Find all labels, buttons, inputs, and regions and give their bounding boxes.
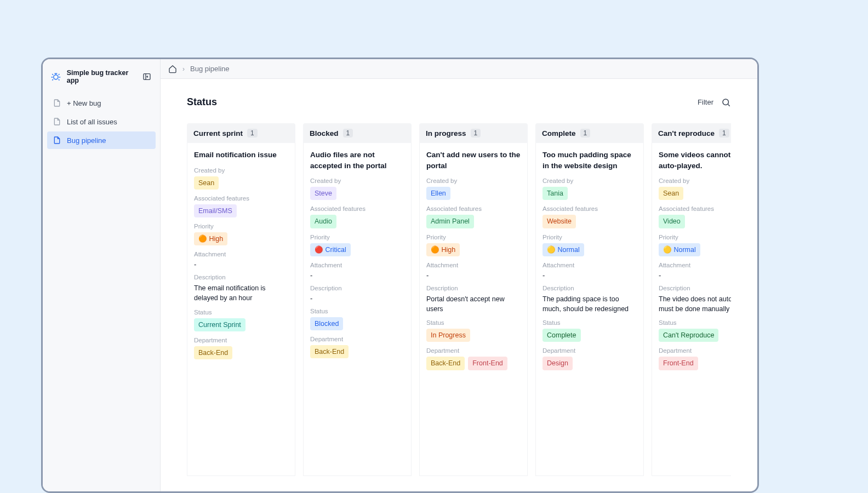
column-header[interactable]: In progress 1: [419, 123, 528, 143]
description-text: The video does not autoplay. must be don…: [659, 294, 731, 314]
field-label: Department: [194, 337, 288, 343]
field-label: Attachment: [426, 262, 521, 268]
field-label: Priority: [659, 234, 731, 240]
search-icon[interactable]: [721, 98, 731, 107]
field-label: Description: [542, 285, 637, 291]
sidebar-item-all-issues[interactable]: List of all issues: [47, 113, 156, 130]
field-created-by: Created by Ellen: [426, 177, 521, 200]
card-title: Can't add new users to the portal: [426, 150, 521, 171]
priority-pill: 🔴 Critical: [310, 243, 351, 256]
status-pill: Blocked: [310, 317, 343, 330]
field-label: Created by: [194, 167, 288, 174]
main-area: › Bug pipeline Status Filter Current spr…: [161, 59, 757, 491]
column-header[interactable]: Complete 1: [535, 123, 644, 143]
feature-pill: Website: [542, 215, 576, 228]
column-header[interactable]: Can't reproduce 1: [652, 123, 731, 143]
feature-pill: Admin Panel: [426, 215, 474, 228]
field-features: Associated features Admin Panel: [426, 205, 521, 228]
creator-pill: Steve: [310, 187, 336, 200]
description-text: The email notification is delayed by an …: [194, 283, 288, 303]
attachment-value: -: [542, 271, 637, 279]
sidebar-item-bug-pipeline[interactable]: Bug pipeline: [47, 131, 156, 149]
feature-pill: Email/SMS: [194, 204, 237, 217]
field-label: Description: [659, 285, 731, 291]
column-title: In progress: [426, 129, 466, 137]
collapse-sidebar-button[interactable]: [141, 71, 152, 82]
collapse-icon: [142, 72, 151, 81]
issue-card[interactable]: Email notification issue Created by Sean…: [187, 143, 295, 476]
chevron-right-icon: ›: [182, 65, 185, 73]
svg-point-2: [723, 99, 729, 105]
column-title: Complete: [542, 129, 576, 137]
field-description: Description Portal doesn't accept new us…: [426, 285, 521, 314]
priority-pill: 🟡 Normal: [542, 243, 584, 256]
column-count: 1: [719, 129, 729, 137]
sidebar-nav: + New bug List of all issues Bug pipelin…: [47, 94, 156, 149]
home-icon[interactable]: [168, 65, 177, 73]
field-label: Description: [194, 274, 288, 280]
field-department: Department Front-End: [659, 347, 731, 370]
column-title: Blocked: [310, 129, 339, 137]
nav-label: + New bug: [67, 99, 101, 107]
breadcrumb-current[interactable]: Bug pipeline: [190, 65, 230, 73]
column-header[interactable]: Blocked 1: [303, 123, 412, 143]
issue-card[interactable]: Can't add new users to the portal Create…: [419, 143, 528, 476]
column-header[interactable]: Current sprint 1: [187, 123, 295, 143]
card-title: Email notification issue: [194, 150, 288, 160]
filter-button[interactable]: Filter: [698, 98, 713, 106]
field-created-by: Created by Sean: [194, 167, 288, 190]
field-status: Status Can't Reproduce: [659, 319, 731, 342]
nav-label: List of all issues: [67, 118, 117, 126]
priority-pill: 🟡 Normal: [659, 243, 700, 256]
department-pills: Design: [542, 357, 637, 370]
sidebar-item-new-bug[interactable]: + New bug: [47, 94, 156, 112]
field-label: Department: [310, 336, 404, 342]
field-label: Created by: [659, 177, 731, 184]
field-label: Created by: [542, 177, 637, 184]
field-attachment: Attachment -: [194, 251, 288, 268]
status-pill: Current Sprint: [194, 318, 245, 331]
field-label: Status: [194, 309, 288, 316]
kanban-column: Can't reproduce 1 Some videos cannot be …: [652, 123, 731, 476]
status-pill: Can't Reproduce: [659, 329, 718, 342]
sidebar: Simple bug tracker app + New bug List of…: [43, 59, 161, 491]
field-department: Department Design: [542, 347, 637, 370]
field-created-by: Created by Tania: [542, 177, 637, 200]
field-label: Status: [542, 319, 637, 326]
field-label: Attachment: [310, 262, 404, 268]
field-label: Associated features: [426, 205, 521, 212]
sidebar-header: Simple bug tracker app: [47, 67, 156, 94]
feature-pill: Video: [659, 215, 685, 228]
field-status: Status Blocked: [310, 308, 404, 330]
issue-card[interactable]: Too much padding space in the website de…: [535, 143, 644, 476]
kanban-column: Blocked 1 Audio files are not accepted i…: [303, 123, 412, 476]
field-priority: Priority 🟡 Normal: [659, 234, 731, 256]
issue-card[interactable]: Some videos cannot be auto-played. Creat…: [652, 143, 731, 476]
creator-pill: Tania: [542, 187, 568, 200]
kanban-scroll[interactable]: Current sprint 1 Email notification issu…: [187, 123, 731, 481]
field-department: Department Back-EndFront-End: [426, 347, 521, 370]
field-label: Associated features: [542, 205, 637, 212]
issue-card[interactable]: Audio files are not accepted in the port…: [303, 143, 412, 476]
brand[interactable]: Simple bug tracker app: [50, 69, 141, 84]
field-label: Attachment: [659, 262, 731, 268]
content: Status Filter Current sprint 1 Email not…: [161, 79, 757, 491]
attachment-value: -: [194, 260, 288, 268]
status-pill: In Progress: [426, 329, 470, 342]
field-label: Priority: [426, 234, 521, 240]
kanban-board: Current sprint 1 Email notification issu…: [187, 123, 731, 476]
column-title: Current sprint: [193, 129, 243, 137]
feature-pill: Audio: [310, 215, 336, 228]
kanban-column: In progress 1 Can't add new users to the…: [419, 123, 528, 476]
kanban-column: Complete 1 Too much padding space in the…: [535, 123, 644, 476]
field-label: Status: [310, 308, 404, 314]
content-header: Status Filter: [187, 96, 731, 108]
priority-pill: 🟠 High: [426, 243, 460, 256]
department-pill: Front-End: [468, 357, 507, 370]
page-icon: [53, 136, 61, 145]
field-attachment: Attachment -: [542, 262, 637, 279]
field-label: Associated features: [194, 195, 288, 202]
header-actions: Filter: [698, 98, 731, 107]
priority-pill: 🟠 High: [194, 232, 227, 245]
field-label: Description: [426, 285, 521, 291]
